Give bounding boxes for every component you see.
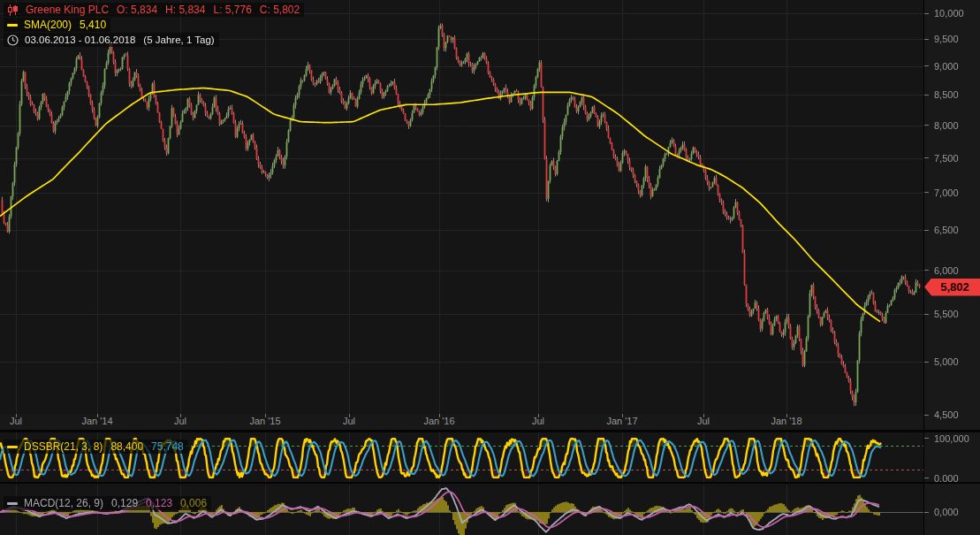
x-axis-label: Jul [343,416,355,426]
ohlc-open: O: 5,834 [117,4,157,16]
y-axis-tick [924,125,929,126]
x-axis-label: Jan '14 [81,416,112,426]
macd-hist-value: 0,006 [180,497,207,509]
x-axis-label: Jul [174,416,186,426]
y-axis-tick [924,270,929,271]
sma-line-icon [7,24,18,27]
dssbr-value-signal: 75,748 [151,440,184,453]
y-axis-label: 6,000 [934,265,959,276]
x-axis[interactable]: JulJan '14JulJan '15JulJan '16JulJan '17… [0,414,923,431]
y-axis-tick [924,157,929,158]
y-axis[interactable]: 10,0009,5009,0008,5008,0007,5007,0006,50… [924,0,980,535]
symbol-legend-row[interactable]: Greene King PLC O: 5,834 H: 5,834 L: 5,7… [4,3,304,17]
sma-legend-row[interactable]: SMA(200) 5,410 [4,18,110,32]
dssbr-label: DSSBR(21, 3, 8) [24,440,103,453]
y-axis-tick [924,512,929,513]
y-axis-label: 0,000 [934,507,959,517]
sma-label: SMA(200) [24,19,72,31]
dssbr-line-icon [7,446,18,448]
ohlc-low: L: 5,776 [213,4,251,16]
y-axis-tick [924,65,929,66]
y-axis-tick [924,438,929,439]
y-axis-tick [924,95,929,96]
y-axis-tick [924,362,929,363]
x-axis-label: Jan '17 [606,416,637,426]
y-axis-tick [924,192,929,193]
dssbr-value-main: 88,400 [110,440,143,453]
y-axis-label: 9,500 [934,34,959,44]
last-price-badge: 5,802 [924,279,980,296]
timeframe: (5 Jahre, 1 Tag) [143,34,214,46]
clock-icon [7,34,19,46]
chart-window: JulJan '14JulJan '15JulJan '16JulJan '17… [0,0,980,535]
x-axis-label: Jan '15 [249,416,280,426]
x-axis-label: Jan '16 [423,416,454,426]
ohlc-high: H: 5,834 [165,4,205,16]
macd-legend-row[interactable]: MACD(12, 26, 9) 0,129 0,123 0,006 [4,496,211,510]
x-axis-label: Jan '18 [771,416,801,426]
y-axis-label: 10,000 [934,8,964,19]
x-axis-label: Jul [697,416,710,426]
price-chart-canvas[interactable] [0,0,924,535]
x-axis-label: Jul [532,416,544,426]
macd-value: 0,129 [111,497,138,509]
y-axis-tick [924,39,929,40]
macd-line-icon [7,502,18,505]
y-axis-label: 5,000 [934,356,959,367]
y-axis-label: 8,000 [934,120,959,131]
y-axis-label: 6,500 [934,225,959,235]
period-legend-row[interactable]: 03.06.2013 - 01.06.2018 (5 Jahre, 1 Tag) [4,33,219,47]
y-axis-tick [924,415,929,416]
macd-signal-value: 0,123 [146,497,172,509]
y-axis-tick [924,13,929,14]
y-axis-label: 4,500 [934,409,959,420]
y-axis-tick [924,230,929,231]
macd-label: MACD(12, 26, 9) [24,497,103,509]
candlestick-icon [7,4,19,16]
x-axis-label: Jul [10,416,22,426]
panel-separator [0,430,980,432]
y-axis-tick [924,478,929,478]
date-range: 03.06.2013 - 01.06.2018 [25,34,135,46]
y-axis-tick [924,314,929,315]
y-axis-label: 7,500 [934,153,959,164]
sma-value: 5,410 [80,19,106,31]
y-axis-label: 100,000 [934,433,969,444]
y-axis-label: 9,000 [934,61,959,72]
panel-separator [0,482,980,484]
y-axis-label: 7,000 [934,187,959,198]
ohlc-close: C: 5,802 [260,4,300,16]
last-price-value: 5,802 [940,280,969,294]
y-axis-label: 8,500 [934,89,959,100]
axis-border [923,0,924,535]
symbol-name: Greene King PLC [26,4,109,16]
y-axis-label: 5,500 [934,309,959,319]
dssbr-legend-row[interactable]: DSSBR(21, 3, 8) 88,400 75,748 [4,439,188,454]
